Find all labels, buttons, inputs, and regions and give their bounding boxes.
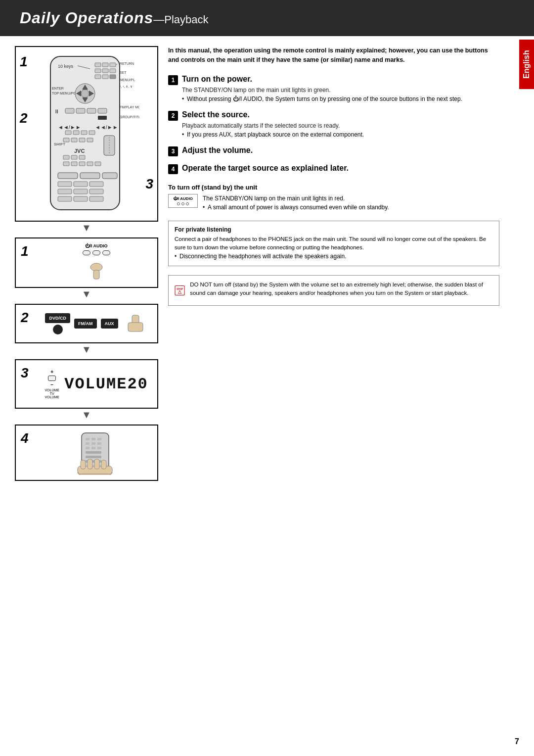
vol-plus[interactable]: + [50, 369, 53, 375]
svg-rect-75 [97, 438, 101, 440]
svg-rect-38 [89, 131, 95, 135]
svg-rect-80 [91, 447, 95, 449]
step-4-box: 4 [15, 425, 158, 481]
svg-rect-35 [65, 131, 71, 135]
dvdcd-button[interactable]: DVD/CD [45, 313, 70, 323]
svg-rect-59 [74, 182, 88, 187]
step-1-box: 1 ⏻/I AUDIO [15, 237, 158, 288]
svg-rect-61 [58, 189, 72, 194]
step-3-section: 3 Adjust the volume. [168, 146, 499, 157]
arrow-1: ▼ [15, 223, 158, 233]
step-3-heading: Adjust the volume. [182, 146, 499, 155]
vol-minus[interactable]: − [50, 382, 53, 387]
private-listening-box: For private listening Connect a pair of … [168, 221, 499, 267]
svg-rect-50 [63, 162, 69, 166]
svg-text:JVC: JVC [74, 148, 85, 154]
svg-rect-68 [93, 270, 99, 279]
svg-rect-83 [86, 456, 101, 458]
aux-button[interactable]: AUX [101, 319, 118, 329]
page-number: 7 [515, 737, 519, 746]
svg-text:TOP MENU/PG: TOP MENU/PG [52, 92, 76, 95]
svg-rect-10 [102, 75, 108, 79]
step-1-heading: Turn on the power. [182, 75, 499, 84]
arrow-2: ▼ [15, 289, 158, 299]
vol-slider[interactable] [48, 376, 56, 381]
step-1-number: 1 [168, 75, 178, 85]
fmam-button[interactable]: FM/AM [74, 319, 97, 329]
audio-btn-1[interactable] [83, 250, 90, 255]
svg-text:ENTER: ENTER [52, 87, 64, 90]
audio-btn-3[interactable] [102, 250, 110, 255]
standby-dot-2 [181, 202, 184, 205]
svg-rect-55 [58, 173, 78, 179]
svg-rect-76 [86, 442, 89, 445]
volume-display: VOLUME20 [64, 375, 148, 393]
standby-section: To turn off (stand by) the unit ⏻/I AUDI… [168, 184, 499, 212]
svg-rect-49 [79, 155, 85, 159]
step-4-heading: Operate the target source as explained l… [182, 164, 499, 173]
step-2-box: 2 DVD/CD FM/AM AUX [15, 304, 158, 343]
svg-rect-8 [110, 69, 116, 73]
svg-rect-74 [91, 438, 95, 440]
svg-rect-62 [74, 189, 88, 194]
standby-dot-3 [186, 202, 189, 205]
arrow-3: ▼ [15, 344, 158, 354]
hand-icon-2 [123, 313, 148, 335]
svg-rect-60 [89, 182, 103, 187]
private-listening-bullet: Disconnecting the headphones will activa… [175, 252, 493, 261]
svg-rect-73 [86, 438, 89, 440]
svg-rect-29 [98, 108, 107, 113]
svg-rect-79 [86, 447, 89, 449]
svg-rect-87 [81, 460, 86, 469]
page-header: Daily Operations—Playback [0, 0, 534, 36]
svg-text:GROUP/TITLE SKIP: GROUP/TITLE SKIP [120, 115, 139, 119]
svg-text:⏸: ⏸ [54, 108, 59, 114]
svg-rect-51 [71, 162, 77, 166]
step-3-number: 3 [168, 146, 178, 156]
svg-rect-82 [86, 451, 101, 454]
svg-rect-28 [87, 108, 96, 113]
svg-rect-43 [87, 138, 93, 142]
stop-warning-icon: STOP ! [175, 281, 185, 300]
svg-rect-42 [79, 138, 85, 142]
svg-rect-64 [58, 196, 72, 201]
step-1-label: 1 [21, 243, 29, 259]
step-2-bullet: If you press AUX, start playback source … [182, 130, 499, 139]
diagram-step-1: 1 [20, 54, 28, 70]
svg-text:MENU/PL: MENU/PL [120, 78, 135, 82]
svg-rect-31 [98, 116, 107, 120]
svg-rect-41 [71, 138, 77, 142]
standby-text: The STANDBY/ON lamp on the main unit lig… [203, 194, 389, 212]
svg-text:◄◄/►►: ◄◄/►► [58, 124, 81, 130]
svg-text:!: ! [179, 291, 180, 293]
svg-rect-47 [63, 155, 69, 159]
svg-rect-71 [128, 323, 143, 331]
step-4-section: 4 Operate the target source as explained… [168, 164, 499, 175]
page-title: Daily Operations—Playback [20, 9, 209, 27]
warning-box: STOP ! DO NOT turn off (stand by) the Sy… [168, 275, 499, 306]
audio-button-label: ⏻/I AUDIO [85, 243, 107, 248]
hand-remote-icon [57, 430, 136, 475]
svg-rect-53 [87, 162, 93, 166]
svg-text:‹, ›, ∧, ∨: ‹, ›, ∧, ∨ [120, 85, 133, 88]
diagram-step-3: 3 [145, 176, 153, 192]
step-1-section: 1 Turn on the power. The STANDBY/ON lamp… [168, 75, 499, 103]
svg-rect-90 [101, 460, 106, 469]
intro-text: In this manual, the operation using the … [168, 46, 499, 65]
standby-dot-1 [177, 202, 180, 205]
step-4-number: 4 [168, 164, 178, 174]
step-3-box: 3 + − VOLUMETV VOLUME VOLUME20 [15, 359, 158, 409]
remote-svg: 10 keys RETURN SET MENU/PL [31, 54, 139, 212]
standby-bullet: A small amount of power is always consum… [203, 203, 389, 212]
svg-rect-89 [94, 459, 99, 469]
svg-rect-77 [91, 442, 95, 445]
svg-rect-48 [71, 155, 77, 159]
step-2-desc: Playback automatically starts if the sel… [182, 121, 499, 130]
svg-rect-63 [89, 189, 103, 194]
hand-icon-1 [82, 257, 111, 282]
svg-rect-52 [79, 162, 85, 166]
svg-text:◄◄/►►: ◄◄/►► [95, 124, 118, 130]
svg-rect-7 [102, 69, 108, 73]
standby-icon: ⏻/I AUDIO [168, 194, 198, 208]
audio-btn-2[interactable] [92, 250, 100, 255]
